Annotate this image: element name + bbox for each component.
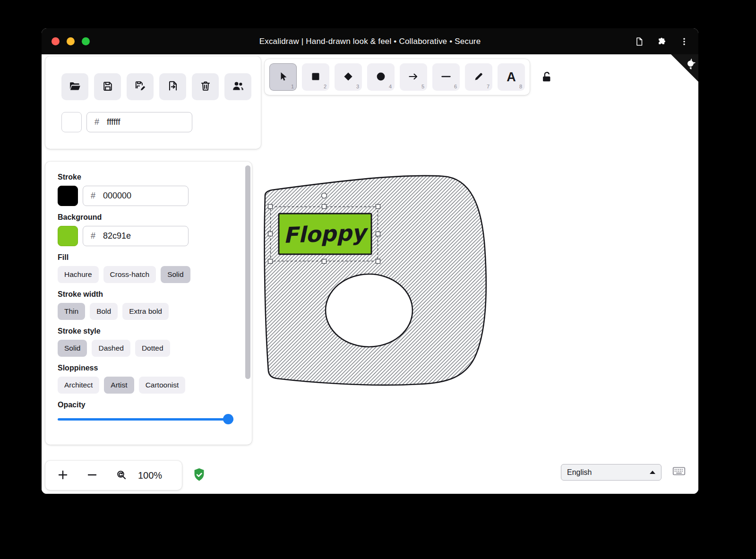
save-button[interactable]: [94, 73, 121, 100]
rotate-handle[interactable]: [322, 193, 327, 198]
page-title: Excalidraw | Hand-drawn look & feel • Co…: [259, 37, 481, 46]
tool-shortcut: 8: [519, 84, 522, 89]
minus-icon: [86, 469, 98, 482]
collaborators-button[interactable]: [224, 73, 251, 100]
keep-tool-active-lock-button[interactable]: [540, 70, 553, 85]
stroke-hex-value: 000000: [103, 191, 131, 201]
desktop: { "titlebar": { "title": "Excalidraw | H…: [0, 0, 756, 559]
stroke-style-section-label: Stroke style: [58, 327, 252, 335]
tool-shortcut: 1: [291, 84, 294, 89]
close-window-button[interactable]: [52, 37, 60, 45]
hash-prefix: #: [83, 231, 103, 241]
canvas-background-row: # ffffff: [61, 112, 261, 132]
properties-panel: Stroke # 000000 Background # 82c91e Fill…: [45, 162, 252, 445]
tool-shortcut: 4: [389, 84, 392, 89]
stroke-color-row: # 000000: [58, 186, 252, 206]
file-actions-row: [45, 56, 261, 100]
background-hex-input[interactable]: # 82c91e: [83, 226, 189, 246]
maximize-window-button[interactable]: [82, 37, 90, 45]
floppy-disk-shape[interactable]: [265, 176, 486, 385]
stroke-width-thin[interactable]: Thin: [58, 303, 85, 320]
plus-icon: [57, 469, 69, 482]
open-button[interactable]: [61, 73, 88, 100]
tool-shortcut: 2: [324, 84, 326, 89]
canvas-background-swatch[interactable]: [61, 112, 82, 132]
canvas-background-hex-input[interactable]: # ffffff: [86, 112, 192, 132]
extensions-puzzle-icon[interactable]: [657, 36, 667, 47]
sloppiness-section-label: Sloppiness: [58, 364, 252, 372]
zoom-controls: 100%: [45, 461, 182, 490]
opacity-section-label: Opacity: [58, 401, 252, 409]
opacity-track: [58, 418, 233, 421]
sloppiness-options: Architect Artist Cartoonist: [58, 377, 252, 394]
fill-options: Hachure Cross-hatch Solid: [58, 266, 252, 283]
fill-option-hachure[interactable]: Hachure: [58, 266, 99, 283]
keyboard-shortcuts-button[interactable]: [671, 464, 687, 479]
excalidraw-app: Floppy: [42, 54, 698, 494]
language-select[interactable]: English: [561, 464, 662, 481]
tool-draw[interactable]: 7: [465, 63, 492, 91]
caret-up-icon: [650, 471, 655, 474]
stroke-width-bold[interactable]: Bold: [90, 303, 118, 320]
line-icon: [440, 71, 452, 84]
tool-ellipse[interactable]: 4: [367, 63, 395, 91]
stroke-width-extra-bold[interactable]: Extra bold: [122, 303, 169, 320]
clear-canvas-button[interactable]: [192, 73, 219, 100]
stroke-style-solid[interactable]: Solid: [58, 340, 87, 357]
tool-diamond[interactable]: 3: [335, 63, 362, 91]
menu-kebab-icon[interactable]: [679, 36, 689, 47]
tool-selection[interactable]: 1: [269, 63, 297, 91]
keyboard-icon: [671, 472, 687, 479]
shape-text[interactable]: Floppy: [283, 220, 369, 248]
stroke-style-options: Solid Dashed Dotted: [58, 340, 252, 357]
stroke-style-dotted[interactable]: Dotted: [135, 340, 170, 357]
panel-scrollbar[interactable]: [245, 165, 250, 379]
opacity-slider[interactable]: [58, 414, 233, 424]
titlebar-actions: [634, 28, 689, 54]
trash-icon: [199, 80, 212, 94]
sloppiness-artist[interactable]: Artist: [104, 377, 134, 394]
stroke-section-label: Stroke: [58, 173, 252, 181]
tools-island: 1 2 3 4: [265, 59, 530, 95]
stroke-color-swatch[interactable]: [58, 186, 78, 206]
stroke-style-dashed[interactable]: Dashed: [92, 340, 130, 357]
opacity-thumb[interactable]: [223, 414, 233, 424]
save-icon: [102, 80, 114, 94]
stroke-width-section-label: Stroke width: [58, 290, 252, 299]
browser-window: Excalidraw | Hand-drawn look & feel • Co…: [42, 28, 698, 494]
zoom-in-button[interactable]: [48, 463, 77, 488]
tool-arrow[interactable]: 5: [400, 63, 427, 91]
background-hex-value: 82c91e: [103, 231, 131, 241]
background-color-swatch[interactable]: [58, 226, 78, 246]
reset-zoom-button[interactable]: [107, 463, 136, 488]
floppy-label-element[interactable]: Floppy: [279, 214, 371, 254]
stroke-width-options: Thin Bold Extra bold: [58, 303, 252, 320]
save-as-button[interactable]: [127, 73, 154, 100]
sloppiness-cartoonist[interactable]: Cartoonist: [139, 377, 186, 394]
tool-text[interactable]: A 8: [498, 63, 525, 91]
pencil-icon: [473, 71, 484, 84]
zoom-percentage: 100%: [138, 470, 162, 481]
tool-line[interactable]: 6: [432, 63, 460, 91]
minimize-window-button[interactable]: [67, 37, 75, 45]
stroke-hex-input[interactable]: # 000000: [83, 186, 189, 206]
background-section-label: Background: [58, 213, 252, 222]
encryption-shield-icon[interactable]: [193, 468, 206, 484]
traffic-lights: [52, 28, 90, 54]
tool-shortcut: 3: [356, 84, 359, 89]
document-icon[interactable]: [634, 36, 644, 47]
sloppiness-architect[interactable]: Architect: [58, 377, 99, 394]
language-value: English: [567, 468, 592, 477]
fill-option-solid[interactable]: Solid: [161, 266, 190, 283]
title-bar: Excalidraw | Hand-drawn look & feel • Co…: [42, 28, 698, 54]
square-icon: [310, 71, 321, 84]
hash-prefix: #: [83, 191, 103, 201]
folder-open-icon: [69, 80, 81, 94]
export-button[interactable]: [159, 73, 186, 100]
canvas-background-hex-value: ffffff: [107, 117, 120, 127]
zoom-out-button[interactable]: [77, 463, 107, 488]
cursor-icon: [277, 71, 289, 84]
tool-shortcut: 5: [421, 84, 424, 89]
tool-rectangle[interactable]: 2: [302, 63, 329, 91]
fill-option-cross-hatch[interactable]: Cross-hatch: [103, 266, 156, 283]
